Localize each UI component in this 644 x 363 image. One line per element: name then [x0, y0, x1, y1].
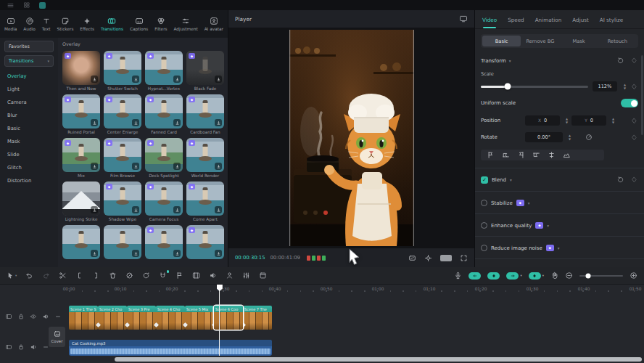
download-icon[interactable]	[215, 119, 222, 126]
scale-slider[interactable]	[481, 86, 588, 88]
cover-button[interactable]: Cover	[49, 327, 65, 347]
sidebar-item-slide[interactable]: Slide	[0, 148, 58, 161]
download-icon[interactable]	[91, 206, 98, 213]
download-icon[interactable]	[173, 250, 181, 257]
playhead-line[interactable]	[219, 285, 220, 356]
video-clip-6[interactable]: Scene 6 Coo	[214, 306, 243, 330]
transition-item-item[interactable]	[62, 225, 100, 266]
zoom-in-icon[interactable]	[629, 272, 637, 280]
toolbar-item-filters[interactable]: Filters	[154, 17, 167, 31]
bracket-r-tool-icon[interactable]	[92, 272, 100, 280]
zoom-out-icon[interactable]	[565, 272, 573, 280]
download-icon[interactable]	[132, 76, 139, 83]
sidebar-item-mask[interactable]: Mask	[0, 135, 58, 148]
flag-up-icon[interactable]	[532, 151, 540, 159]
transition-item-camera-focus[interactable]: ◆ Camera Focus	[145, 182, 183, 222]
video-clip-1[interactable]: Scene 1 The S	[69, 306, 98, 330]
download-icon[interactable]	[132, 119, 139, 126]
transition-item-world-render[interactable]: ◆ World Render	[186, 138, 224, 179]
transition-item-fanned-card[interactable]: ◆ Fanned Card	[145, 94, 183, 135]
menu-icon[interactable]	[7, 1, 15, 9]
display-icon[interactable]	[459, 15, 468, 23]
subtab-basic[interactable]: Basic	[482, 36, 521, 46]
row-stabilize[interactable]: Stabilize ◆ ▾	[481, 200, 638, 206]
transition-item-then-and-now[interactable]: ◆ Then and Now	[62, 51, 100, 91]
toolbar-item-effects[interactable]: Effects	[80, 17, 94, 31]
download-icon[interactable]	[132, 250, 139, 257]
download-icon[interactable]	[215, 250, 222, 257]
hand-tool-icon[interactable]	[550, 272, 558, 280]
video-clip-3[interactable]: Scene 3 Pre	[127, 306, 156, 330]
transition-item-ruined-portal[interactable]: ◆ Ruined Portal	[62, 94, 100, 135]
flag-right-icon[interactable]	[517, 151, 525, 159]
sliders-tool-icon[interactable]	[242, 272, 250, 280]
tab-adjust[interactable]: Adjust	[572, 17, 588, 23]
keyframe-icon[interactable]	[630, 117, 638, 125]
focus-icon[interactable]	[424, 254, 432, 262]
feature-checkbox[interactable]	[481, 222, 487, 229]
timeline-ruler[interactable]: 00:0000:1000:2000:3000:4000:5001:0001:10…	[0, 285, 644, 298]
keyframe-icon[interactable]	[630, 57, 638, 65]
sidebar-item-camera[interactable]: Camera	[0, 96, 58, 109]
keyframe-icon[interactable]	[630, 134, 638, 142]
audio-clip[interactable]: Cat Cooking.mp3	[69, 340, 272, 356]
transition-item-cardboard-fan[interactable]: ◆ Cardboard Fan	[186, 94, 224, 135]
timeline-zoom-slider[interactable]	[579, 275, 623, 277]
redo-tool-icon[interactable]	[42, 272, 50, 280]
download-icon[interactable]	[173, 119, 181, 126]
level-icon[interactable]	[563, 151, 571, 159]
quality-pill[interactable]	[440, 255, 452, 261]
film-tool-icon[interactable]	[192, 272, 200, 280]
transition-item-shadow-wipe[interactable]: ◆ Shadow Wipe	[104, 182, 141, 222]
row-enhance-quality[interactable]: Enhance quality ◆ ▾	[481, 222, 638, 229]
feature-checkbox[interactable]	[481, 200, 487, 206]
undo-tool-icon[interactable]	[25, 272, 33, 280]
person-tool-icon[interactable]	[226, 272, 234, 280]
box-tool-icon[interactable]	[259, 272, 267, 280]
flag-down-icon[interactable]	[502, 151, 510, 159]
keyframe-pill-keyprev[interactable]	[468, 272, 481, 280]
download-icon[interactable]	[91, 76, 98, 83]
download-icon[interactable]	[91, 119, 98, 126]
subtab-retouch[interactable]: Retouch	[598, 36, 637, 46]
sidebar-item-glitch[interactable]: Glitch	[0, 161, 58, 174]
toolbar-item-stickers[interactable]: Stickers	[57, 17, 74, 31]
magnet-tool-icon[interactable]	[159, 272, 167, 280]
inspector-scrollbar[interactable]	[641, 55, 643, 135]
keyframe-pill-keyadd[interactable]: ▾	[529, 272, 544, 280]
download-icon[interactable]	[132, 163, 139, 170]
toolbar-item-audio[interactable]: Audio	[23, 17, 35, 31]
sidebar-item-overlay[interactable]: Overlay	[0, 70, 58, 83]
chevron-down-icon[interactable]: ▾	[558, 246, 560, 250]
subtab-remove-bg[interactable]: Remove BG	[521, 36, 559, 46]
reset-icon[interactable]	[616, 57, 624, 65]
download-icon[interactable]	[215, 206, 222, 213]
transition-item-item[interactable]	[104, 225, 141, 266]
marker-tool-icon[interactable]	[176, 272, 183, 280]
rotate-stepper[interactable]: ▲▼	[569, 134, 571, 141]
reset-icon[interactable]	[616, 176, 624, 184]
scale-stepper[interactable]: ▲▼	[624, 83, 626, 90]
timeline-horizontal-scrollbar[interactable]	[115, 357, 642, 362]
chevron-down-icon[interactable]: ▾	[509, 59, 511, 63]
position-y-stepper[interactable]: ▲▼	[612, 118, 614, 124]
mic-icon[interactable]	[454, 272, 462, 280]
toolbar-item-adjustment[interactable]: Adjustment	[173, 17, 197, 31]
toolbar-item-media[interactable]: Media	[4, 17, 17, 31]
sidebar-item-basic[interactable]: Basic	[0, 122, 58, 135]
transition-item-film-browse[interactable]: ◆ Film Browse	[104, 138, 141, 179]
transition-item-mix[interactable]: ◆ Mix	[62, 138, 100, 179]
keyframe-icon[interactable]	[630, 176, 638, 184]
uniform-scale-toggle[interactable]	[621, 99, 638, 107]
flag-center-icon[interactable]	[548, 151, 556, 159]
download-icon[interactable]	[173, 76, 181, 83]
video-clip-5[interactable]: Scene 5 Mix	[185, 306, 214, 330]
download-icon[interactable]	[173, 163, 181, 170]
sidebar-item-light[interactable]: Light	[0, 83, 58, 96]
tab-animation[interactable]: Animation	[535, 17, 562, 23]
transition-item-deck-spotlight[interactable]: ◆ Deck Spotlight	[145, 138, 183, 179]
toolbar-item-captions[interactable]: Captions	[130, 17, 148, 31]
home-grid-icon[interactable]	[23, 1, 30, 9]
video-clip-4[interactable]: Scene 4 Cho	[156, 306, 185, 330]
transitions-dropdown[interactable]: Transitions ▾	[4, 55, 54, 67]
